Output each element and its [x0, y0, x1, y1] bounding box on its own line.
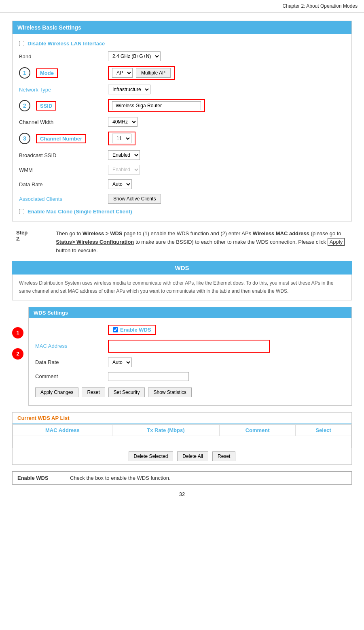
channel-width-label: Channel Width [19, 119, 108, 125]
disable-label: Disable Wireless LAN Interface [28, 40, 105, 47]
comment-label: Comment [35, 373, 108, 379]
step2-section: Step 2. Then go to Wireless > WDS page t… [12, 230, 352, 255]
wds-settings-panel: WDS Settings Enable WDS MAC Address [28, 307, 352, 406]
disable-checkbox[interactable] [19, 41, 24, 46]
mac-clone-row: Enable Mac Clone (Single Ethernet Client… [19, 206, 345, 217]
step2-text2: Wireless > WDS [83, 230, 123, 236]
ssid-label: SSID [36, 101, 56, 111]
step2-text9: button to execute. [56, 247, 97, 253]
wds-data-rate-select[interactable]: Auto [108, 358, 132, 367]
network-type-select[interactable]: Infrastructure [108, 85, 150, 94]
wds-description: Wireless Distribution System uses wirele… [12, 275, 352, 300]
enable-wds-row: Enable WDS [35, 322, 345, 337]
set-security-button[interactable]: Set Security [108, 387, 145, 397]
enable-wds-checkbox[interactable] [113, 327, 118, 332]
wds-data-rate-row: Data Rate Auto [35, 355, 345, 370]
associated-clients-row: Associated Clients Show Active Clients [19, 192, 345, 206]
broadcast-ssid-row: Broadcast SSID Enabled [19, 148, 345, 162]
col-select: Select [296, 424, 351, 436]
wds-btn-row: Apply Changes Reset Set Security Show St… [35, 387, 345, 397]
desc-row: Enable WDS Check the box to enable the W… [13, 471, 352, 484]
desc-table: Enable WDS Check the box to enable the W… [12, 471, 352, 485]
mac-clone-label: Enable Mac Clone (Single Ethernet Client… [28, 209, 132, 215]
ssid-row: 2 SSID [19, 97, 345, 115]
disable-row: Disable Wireless LAN Interface [19, 38, 345, 49]
wireless-basic-panel: Wireless Basic Settings Disable Wireless… [12, 21, 352, 221]
ap-table: MAC Address Tx Rate (Mbps) Comment Selec… [13, 424, 351, 448]
circle-3: 3 [19, 133, 30, 144]
comment-row: Comment [35, 370, 345, 383]
ap-table-header-row: MAC Address Tx Rate (Mbps) Comment Selec… [13, 424, 351, 436]
mac-address-label: MAC Address [35, 343, 108, 349]
step2-text4: Wireless MAC address [253, 230, 309, 236]
desc-definition: Check the box to enable the WDS function… [65, 471, 352, 484]
channel-number-label: Channel Number [36, 134, 86, 143]
ap-list-btns: Delete Selected Delete All Reset [13, 448, 351, 464]
ap-list-panel: Current WDS AP List MAC Address Tx Rate … [12, 412, 352, 465]
step2-text7: to make sure the BSSID) to each other to… [134, 239, 327, 245]
channel-number-row: 3 Channel Number 11 [19, 129, 345, 148]
associated-clients-label: Associated Clients [19, 196, 108, 202]
ap-list-title: Current WDS AP List [13, 413, 351, 424]
col-comment: Comment [220, 424, 296, 436]
wds-container: 1 2 WDS Settings Enable WDS [28, 307, 352, 406]
step2-text6: Status> Wireless Configuration [56, 239, 134, 245]
band-select[interactable]: 2.4 GHz (B+G+N) [108, 51, 161, 61]
enable-wds-label: Enable WDS [120, 327, 151, 333]
chapter-title: Chapter 2: About Operation Modes [283, 3, 358, 9]
channel-width-row: Channel Width 40MHz [19, 115, 345, 129]
mode-row: 1 Mode AP Multiple AP [19, 64, 345, 82]
data-rate-label: Data Rate [19, 181, 108, 187]
channel-number-highlight: 11 [108, 132, 135, 145]
col-tx-rate: Tx Rate (Mbps) [112, 424, 219, 436]
ssid-highlight [108, 99, 205, 112]
data-rate-row: Data Rate Auto [19, 177, 345, 192]
mode-label: Mode [36, 68, 58, 78]
wmm-row: WMM Enabled [19, 162, 345, 177]
ap-table-empty-row [13, 436, 351, 448]
show-statistics-button[interactable]: Show Statistics [148, 387, 191, 397]
delete-selected-button[interactable]: Delete Selected [129, 451, 174, 461]
wmm-label: WMM [19, 167, 108, 173]
channel-number-select[interactable]: 11 [112, 134, 131, 143]
band-row: Band 2.4 GHz (B+G+N) [19, 49, 345, 64]
apply-changes-button[interactable]: Apply Changes [35, 387, 78, 397]
reset-button[interactable]: Reset [82, 387, 105, 397]
data-rate-select[interactable]: Auto [108, 179, 132, 189]
ssid-input[interactable] [112, 101, 201, 110]
multiple-ap-button[interactable]: Multiple AP [136, 68, 171, 78]
wds-title: WDS [12, 261, 352, 275]
circle-1: 1 [19, 67, 30, 79]
wds-data-rate-label: Data Rate [35, 359, 108, 365]
wds-side-circles: 1 2 [12, 327, 23, 360]
desc-term: Enable WDS [13, 471, 65, 484]
wds-settings-title: WDS Settings [29, 307, 351, 318]
mac-input-box [108, 340, 270, 353]
col-mac-address: MAC Address [13, 424, 112, 436]
mode-highlight: AP Multiple AP [108, 66, 175, 80]
broadcast-ssid-label: Broadcast SSID [19, 152, 108, 158]
network-type-label: Network Type [19, 87, 108, 93]
mac-address-input[interactable] [112, 342, 266, 350]
step2-label: Step 2. [16, 230, 28, 242]
show-active-clients-button[interactable]: Show Active Clients [108, 194, 161, 204]
step2-text1: Then go to [56, 230, 83, 236]
channel-width-select[interactable]: 40MHz [108, 117, 138, 127]
comment-input[interactable] [108, 372, 189, 381]
enable-wds-box: Enable WDS [108, 325, 156, 335]
mode-select[interactable]: AP [112, 68, 133, 78]
step2-text: Then go to Wireless > WDS page to (1) en… [56, 230, 352, 255]
wds-circle-1: 1 [12, 327, 23, 338]
delete-all-button[interactable]: Delete All [177, 451, 208, 461]
step2-apply: Apply [328, 238, 345, 246]
mac-clone-checkbox[interactable] [19, 209, 24, 214]
page-header: Chapter 2: About Operation Modes [0, 0, 364, 13]
circle-2: 2 [19, 100, 30, 111]
page-number: 32 [12, 491, 352, 497]
broadcast-ssid-select[interactable]: Enabled [108, 150, 140, 160]
band-label: Band [19, 53, 108, 60]
ap-list-reset-button[interactable]: Reset [212, 451, 235, 461]
step2-text3: page to (1) enable the WDS function and … [122, 230, 252, 236]
network-type-row: Network Type Infrastructure [19, 82, 345, 97]
wmm-select[interactable]: Enabled [108, 165, 140, 175]
